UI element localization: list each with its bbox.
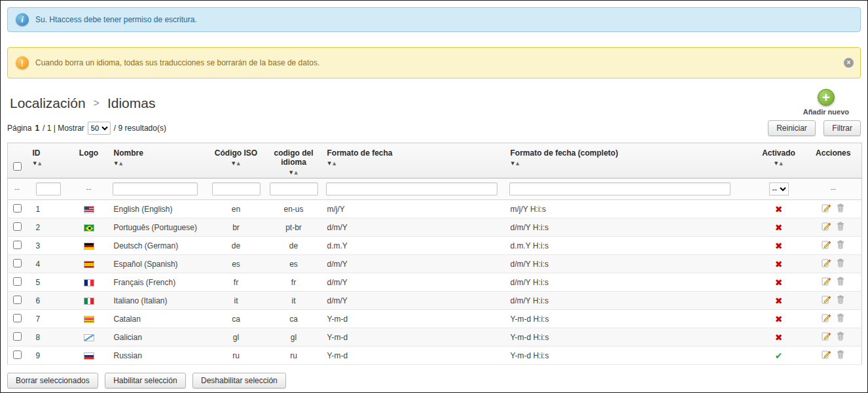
filter-button[interactable]: Filtrar (823, 120, 861, 136)
pagination-of-label: / 1 | Mostrar (43, 124, 84, 133)
filter-dash: -- (86, 184, 92, 194)
column-header-active: Activado (758, 148, 800, 158)
row-checkbox[interactable] (13, 259, 22, 267)
red-cross-icon[interactable] (775, 241, 783, 251)
row-checkbox[interactable] (13, 241, 22, 249)
delete-icon[interactable] (836, 295, 845, 306)
bulk-actions: Borrar seleccionados Habilitar selección… (1, 365, 867, 393)
flag-it-icon (84, 298, 94, 305)
green-check-icon[interactable] (775, 350, 783, 361)
row-checkbox[interactable] (13, 222, 22, 231)
delete-icon[interactable] (836, 222, 845, 233)
cell-name: Catalan (109, 310, 207, 328)
cell-date-format: d.m.Y (322, 237, 505, 255)
cell-id: 2 (27, 218, 69, 237)
flag-ca-icon (84, 316, 94, 323)
sort-desc-icon (289, 170, 293, 175)
red-cross-icon[interactable] (775, 222, 783, 233)
cell-date-format-full: d.m.Y H:i:s (505, 237, 753, 255)
row-checkbox[interactable] (13, 296, 22, 304)
delete-icon[interactable] (836, 313, 845, 324)
edit-icon[interactable] (822, 258, 831, 269)
edit-icon[interactable] (822, 222, 831, 233)
row-checkbox[interactable] (13, 350, 22, 359)
cell-iso-code: br (207, 218, 266, 237)
sort-iso[interactable] (212, 160, 261, 166)
cell-date-format: d/m/Y (322, 273, 505, 292)
filter-iso-input[interactable] (212, 182, 261, 196)
cell-name: Português (Portuguese) (109, 218, 207, 237)
sort-asc-icon (779, 161, 784, 166)
sort-language-code[interactable] (271, 169, 317, 175)
red-cross-icon[interactable] (775, 204, 783, 214)
filter-id-input[interactable] (36, 182, 61, 196)
cell-date-format-full: Y-m-d H:i:s (505, 347, 753, 365)
edit-icon[interactable] (822, 313, 831, 324)
delete-icon[interactable] (836, 277, 845, 288)
row-checkbox[interactable] (13, 277, 22, 286)
row-checkbox[interactable] (13, 204, 22, 213)
row-checkbox[interactable] (13, 314, 22, 322)
filter-date-format-input[interactable] (326, 182, 497, 196)
sort-name[interactable] (114, 160, 202, 166)
disable-selection-button[interactable]: Deshabilitar selección (192, 373, 286, 388)
breadcrumb-parent[interactable]: Localización (10, 95, 86, 111)
add-new-button[interactable]: Añadir nuevo (803, 89, 849, 116)
cell-iso-code: ru (207, 347, 266, 365)
flag-ru-icon (84, 352, 94, 360)
cell-date-format: Y-m-d (322, 328, 505, 347)
red-cross-icon[interactable] (775, 314, 783, 324)
sort-asc-icon (118, 161, 123, 166)
delete-icon[interactable] (836, 332, 845, 343)
enable-selection-button[interactable]: Habilitar selección (105, 373, 185, 388)
cell-date-format: Y-m-d (322, 347, 505, 365)
sort-active[interactable] (758, 160, 800, 166)
column-header-date-format: Formato de fecha (327, 148, 500, 158)
column-header-iso: Código ISO (212, 148, 261, 158)
filter-active-select[interactable]: -- (769, 182, 789, 196)
row-checkbox[interactable] (13, 332, 22, 341)
column-header-language-code: codigo del idioma (271, 148, 317, 167)
warning-icon (16, 56, 29, 69)
red-cross-icon[interactable] (775, 332, 783, 343)
red-cross-icon[interactable] (775, 296, 783, 306)
sort-date-format-full[interactable] (511, 160, 748, 166)
filter-dash: -- (831, 184, 836, 194)
cell-language-code: de (266, 237, 322, 255)
delete-icon[interactable] (836, 350, 845, 361)
flag-fr-icon (84, 279, 94, 286)
edit-icon[interactable] (822, 203, 831, 214)
table-row: 1English (English)enen-usm/j/Ym/j/Y H:i:… (8, 200, 862, 218)
reset-button[interactable]: Reiniciar (768, 120, 816, 136)
delete-icon[interactable] (836, 203, 845, 214)
delete-icon[interactable] (836, 258, 845, 269)
column-header-name: Nombre (114, 148, 202, 158)
cell-date-format-full: Y-m-d H:i:s (505, 310, 753, 328)
delete-selected-button[interactable]: Borrar seleccionados (7, 373, 98, 388)
per-page-select[interactable]: 50 (88, 122, 111, 135)
table-row: 7CatalancacaY-m-dY-m-d H:i:s (8, 310, 862, 328)
red-cross-icon[interactable] (775, 277, 783, 288)
edit-icon[interactable] (822, 332, 831, 343)
info-banner: Su. Htaccess debe tener permiso de escri… (7, 7, 861, 32)
delete-icon[interactable] (836, 240, 845, 251)
page-header: Localización > Idiomas Añadir nuevo (1, 78, 867, 119)
cell-name: Español (Spanish) (109, 255, 207, 273)
sort-date-format[interactable] (327, 160, 500, 166)
edit-icon[interactable] (822, 277, 831, 288)
edit-icon[interactable] (822, 240, 831, 251)
sort-asc-icon (515, 161, 520, 166)
red-cross-icon[interactable] (775, 259, 783, 269)
select-all-checkbox[interactable] (13, 162, 22, 171)
edit-icon[interactable] (822, 295, 831, 306)
column-header-id: ID (33, 148, 64, 158)
close-icon[interactable] (844, 58, 854, 68)
pagination: Página 1 / 1 | Mostrar 50 / 9 resultado(… (7, 122, 166, 135)
edit-icon[interactable] (822, 350, 831, 361)
add-new-label: Añadir nuevo (803, 108, 849, 116)
filter-name-input[interactable] (113, 182, 198, 196)
sort-id[interactable] (33, 160, 64, 166)
sort-desc-icon (33, 161, 37, 166)
filter-language-code-input[interactable] (270, 182, 318, 196)
filter-date-format-full-input[interactable] (509, 182, 731, 196)
